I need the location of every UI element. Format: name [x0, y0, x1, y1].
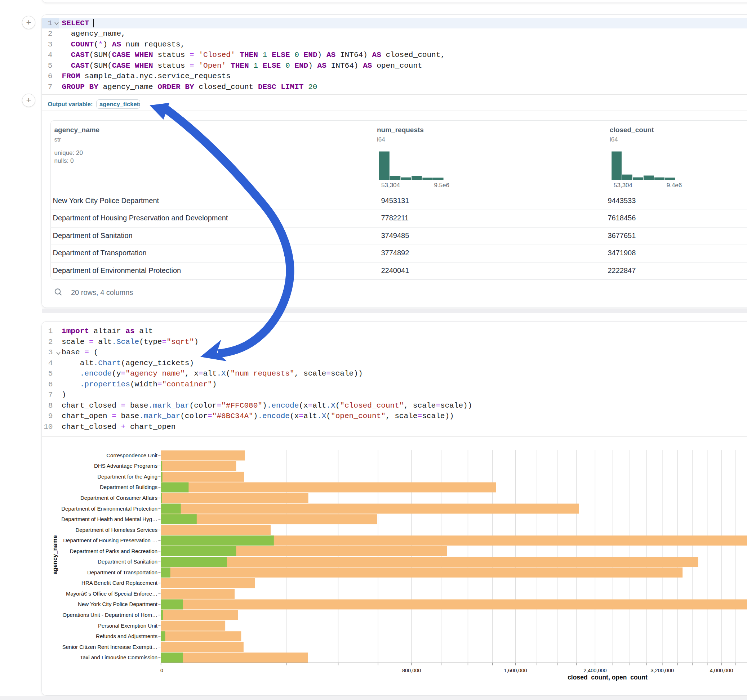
svg-text:Department of Consumer Affairs: Department of Consumer Affairs [80, 495, 157, 501]
svg-text:3,200,000: 3,200,000 [651, 668, 674, 673]
svg-text:closed_count, open_count: closed_count, open_count [567, 674, 647, 681]
svg-text:Operations Unit - Department o: Operations Unit - Department of Hom… [63, 612, 157, 618]
svg-text:Taxi and Limousine Commission: Taxi and Limousine Commission [80, 654, 157, 661]
svg-text:2,400,000: 2,400,000 [584, 668, 607, 673]
svg-text:1,600,000: 1,600,000 [504, 668, 527, 673]
svg-text:Department of Environmental Pr: Department of Environmental Protection [61, 505, 157, 512]
svg-text:Department of Sanitation: Department of Sanitation [98, 558, 157, 564]
svg-text:Refunds and Adjustments: Refunds and Adjustments [96, 633, 157, 639]
svg-text:Department of Buildings: Department of Buildings [100, 484, 157, 490]
svg-text:Department of Parks and Recrea: Department of Parks and Recreation [70, 548, 157, 554]
svg-text:Department of Health and Menta: Department of Health and Mental Hyg… [61, 516, 157, 522]
svg-text:HRA Benefit Card Replacement: HRA Benefit Card Replacement [82, 580, 158, 586]
svg-text:New York City Police Departmen: New York City Police Department [78, 601, 158, 607]
svg-text:agency_name: agency_name [51, 535, 58, 574]
svg-text:Department for the Aging: Department for the Aging [97, 474, 157, 480]
svg-text:Correspondence Unit: Correspondence Unit [106, 452, 158, 459]
svg-text:Mayorâ€ s Office of Special En: Mayorâ€ s Office of Special Enforce… [66, 591, 157, 597]
svg-text:DHS Advantage Programs: DHS Advantage Programs [94, 463, 157, 469]
svg-text:Department of Housing Preserva: Department of Housing Preservation … [63, 537, 157, 543]
svg-text:Senior Citizen Rent Increase E: Senior Citizen Rent Increase Exempti… [62, 644, 157, 650]
svg-text:Department of Homeless Service: Department of Homeless Services [75, 527, 157, 533]
svg-text:Personal Exemption Unit: Personal Exemption Unit [98, 623, 158, 629]
svg-text:4,000,000: 4,000,000 [710, 668, 733, 673]
svg-text:Department of Transportation: Department of Transportation [87, 569, 157, 575]
svg-text:800,000: 800,000 [402, 668, 421, 673]
svg-text:0: 0 [160, 668, 163, 673]
